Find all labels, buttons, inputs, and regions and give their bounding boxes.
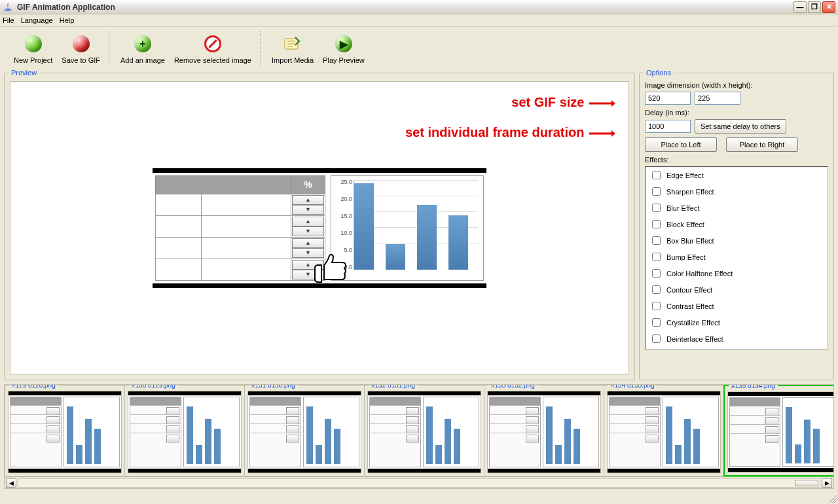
- add-image-icon: +: [134, 35, 151, 52]
- frame-label: #134 0133.png: [608, 385, 657, 389]
- save-gif-icon: [73, 35, 90, 52]
- annotation-gif-size: set GIF size: [511, 95, 615, 110]
- effect-item[interactable]: Contour Effect: [646, 281, 828, 298]
- effect-checkbox[interactable]: [652, 334, 661, 343]
- minimize-button[interactable]: —: [793, 1, 807, 13]
- timeline-frame[interactable]: #131 0130.png: [244, 385, 365, 477]
- place-right-button[interactable]: Place to Right: [726, 137, 798, 152]
- effect-checkbox[interactable]: [652, 171, 661, 179]
- timeline-frame[interactable]: #133 0132.png: [484, 385, 604, 477]
- frame-thumbnail: [8, 391, 122, 473]
- effect-checkbox[interactable]: [652, 220, 661, 228]
- effect-label: Deinterlace Effect: [666, 335, 723, 343]
- effect-checkbox[interactable]: [652, 204, 661, 212]
- effect-item[interactable]: Bump Effect: [646, 249, 828, 265]
- frames-strip[interactable]: #129 0128.png#130 0129.png#131 0130.png#…: [5, 385, 833, 477]
- maximize-button[interactable]: ❐: [808, 1, 821, 13]
- effect-label: Color Halftone Effect: [666, 270, 733, 278]
- effect-item[interactable]: Deinterlace Effect: [646, 331, 828, 347]
- annotation-frame-duration: set individual frame duration: [405, 125, 615, 140]
- import-media-label: Import Media: [272, 56, 314, 64]
- timeline-frame[interactable]: #135 0134.png: [723, 385, 833, 477]
- remove-image-icon: [204, 35, 221, 52]
- frame-thumbnail: [487, 391, 601, 473]
- import-media-button[interactable]: Import Media: [267, 31, 318, 65]
- import-media-icon: [283, 36, 302, 52]
- spinner-down[interactable]: [292, 205, 324, 215]
- window-buttons: — ❐ ✕: [793, 1, 835, 13]
- save-gif-button[interactable]: Save to GIF: [57, 31, 105, 65]
- effect-checkbox[interactable]: [652, 236, 661, 245]
- thumbs-up-icon: [310, 245, 352, 287]
- scroll-right-button[interactable]: ▶: [822, 478, 832, 488]
- effect-item[interactable]: Grayscale Effect: [646, 347, 828, 350]
- scroll-track[interactable]: [18, 478, 820, 488]
- svg-marker-5: [611, 130, 615, 137]
- effects-list[interactable]: Edge EffectSharpen EffectBlur EffectBloc…: [645, 166, 828, 350]
- frame-thumbnail: [727, 391, 833, 473]
- effect-label: Block Effect: [666, 221, 704, 228]
- effects-label: Effects:: [645, 156, 828, 164]
- frame-label: #129 0128.png: [9, 385, 58, 389]
- menu-language[interactable]: Language: [21, 16, 53, 24]
- close-button[interactable]: ✕: [822, 1, 835, 13]
- effect-checkbox[interactable]: [652, 187, 661, 196]
- preview-panel: Preview % 25.0: [4, 73, 635, 380]
- height-input[interactable]: [695, 92, 740, 105]
- timeline-frame[interactable]: #129 0128.png: [5, 385, 125, 477]
- menu-file[interactable]: File: [3, 16, 14, 24]
- play-preview-button[interactable]: ▶ Play Preview: [318, 31, 369, 65]
- timeline-frame[interactable]: #130 0129.png: [124, 385, 245, 477]
- effect-item[interactable]: Contrast Effect: [646, 298, 828, 314]
- effect-item[interactable]: Color Halftone Effect: [646, 265, 828, 281]
- remove-image-button[interactable]: Remove selected image: [170, 31, 256, 65]
- play-preview-icon: ▶: [335, 35, 352, 52]
- scroll-thumb[interactable]: [795, 480, 818, 486]
- effect-item[interactable]: Crystallize Effect: [646, 314, 828, 331]
- new-project-label: New Project: [14, 56, 52, 64]
- effect-item[interactable]: Block Effect: [646, 216, 828, 232]
- menubar: File Language Help: [0, 14, 838, 27]
- resize-grip[interactable]: [828, 494, 837, 503]
- titlebar: GIF Animation Application — ❐ ✕: [0, 0, 838, 14]
- frame-label: #135 0134.png: [729, 385, 778, 389]
- effect-checkbox[interactable]: [652, 285, 661, 294]
- menu-help[interactable]: Help: [60, 16, 75, 24]
- chart-bar: [417, 205, 437, 270]
- java-icon: [3, 2, 13, 12]
- effect-item[interactable]: Sharpen Effect: [646, 183, 828, 200]
- effect-checkbox[interactable]: [652, 269, 661, 278]
- scroll-left-button[interactable]: ◀: [6, 478, 16, 488]
- preview-table: %: [155, 175, 325, 281]
- effect-checkbox[interactable]: [652, 253, 661, 261]
- spinner-up[interactable]: [292, 217, 324, 226]
- timeline-panel: #129 0128.png#130 0129.png#131 0130.png#…: [4, 384, 834, 489]
- frame-thumbnail: [128, 391, 242, 473]
- new-project-icon: [25, 35, 42, 52]
- effect-label: Bump Effect: [666, 253, 706, 261]
- effect-item[interactable]: Box Blur Effect: [646, 232, 828, 249]
- spinner-up[interactable]: [292, 195, 324, 205]
- add-image-button[interactable]: + Add an image: [116, 31, 170, 65]
- new-project-button[interactable]: New Project: [9, 31, 57, 65]
- chart-bar: [448, 215, 468, 269]
- timeline-frame[interactable]: #134 0133.png: [604, 385, 724, 477]
- options-panel: Options Image dimension (width x height)…: [639, 73, 834, 380]
- add-image-label: Add an image: [120, 56, 165, 64]
- effect-checkbox[interactable]: [652, 302, 661, 310]
- timeline-frame[interactable]: #132 0131.png: [364, 385, 484, 477]
- effect-checkbox[interactable]: [652, 318, 661, 327]
- place-left-button[interactable]: Place to Left: [645, 137, 717, 152]
- effect-label: Blur Effect: [666, 204, 700, 212]
- effect-item[interactable]: Edge Effect: [646, 167, 828, 183]
- options-panel-title: Options: [644, 69, 674, 77]
- timeline-scrollbar[interactable]: ◀ ▶: [5, 477, 833, 488]
- preview-canvas: % 25.0 20.0 15.0 10.0: [10, 81, 629, 374]
- effect-item[interactable]: Blur Effect: [646, 200, 828, 216]
- delay-input[interactable]: [645, 120, 691, 133]
- set-same-delay-button[interactable]: Set same delay to others: [695, 119, 786, 134]
- preview-table-header: %: [291, 175, 325, 194]
- chart-bar: [354, 183, 374, 270]
- width-input[interactable]: [645, 92, 691, 105]
- spinner-down[interactable]: [292, 226, 324, 236]
